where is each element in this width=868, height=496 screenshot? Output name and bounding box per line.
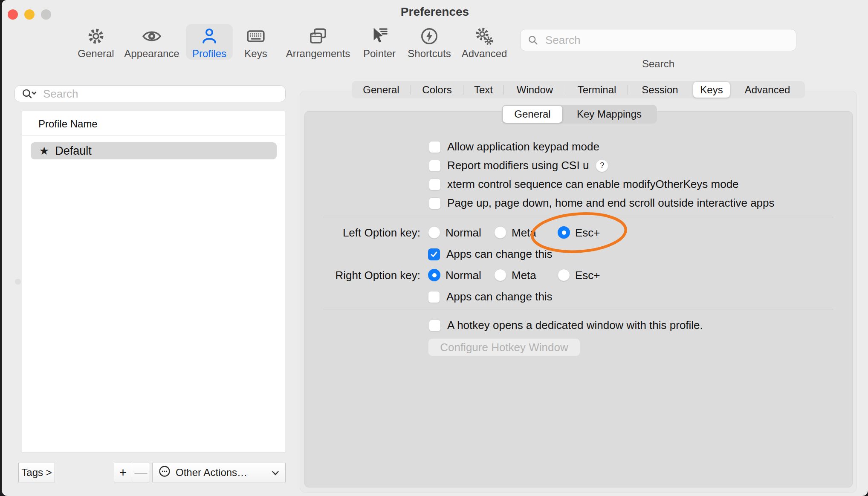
preferences-window: Preferences General Appearance Profiles — [2, 0, 868, 496]
ellipsis-circle-icon — [158, 464, 171, 481]
window-title: Preferences — [2, 5, 868, 19]
checkbox[interactable] — [429, 179, 441, 190]
keys-subtabs: General Key Mappings — [502, 105, 657, 124]
checkbox[interactable] — [429, 197, 441, 209]
tags-button[interactable]: Tags > — [18, 463, 55, 482]
toolbar-item-arrangements[interactable]: Arrangements — [288, 24, 348, 60]
checkbox-row-page-scroll[interactable]: Page up, page down, home and end scroll … — [429, 196, 775, 210]
checkbox[interactable] — [429, 141, 441, 153]
checkbox-row-apps-change-right[interactable]: Apps can change this — [428, 290, 553, 303]
checkbox-label: Apps can change this — [446, 290, 553, 303]
toolbar-label: Advanced — [462, 48, 507, 60]
tab-session[interactable]: Session — [628, 81, 692, 98]
screen: Preferences General Appearance Profiles — [0, 0, 868, 496]
profile-row-default[interactable]: ★ Default — [31, 142, 277, 159]
help-button[interactable]: ? — [596, 159, 608, 172]
star-icon: ★ — [39, 144, 49, 158]
profile-search-input[interactable] — [14, 85, 286, 102]
toolbar-item-general[interactable]: General — [77, 24, 115, 60]
toolbar-label: Keys — [244, 48, 267, 60]
other-actions-dropdown[interactable]: Other Actions… — [152, 463, 286, 482]
window-edge-dot — [15, 279, 21, 285]
right-option-key-label: Right Option key: — [271, 269, 420, 282]
search-icon — [527, 34, 539, 48]
other-actions-label: Other Actions… — [176, 467, 247, 479]
checkbox-label: Report modifiers using CSI u — [447, 159, 589, 172]
profile-search — [14, 85, 286, 102]
checkbox-row-hotkey-window[interactable]: A hotkey opens a dedicated window with t… — [429, 319, 703, 332]
radio-label: Esc+ — [575, 226, 600, 239]
profile-tabs: General Colors Text Window Terminal Sess… — [352, 81, 805, 98]
profile-list-header: Profile Name — [38, 118, 98, 130]
checkbox-row-keypad-mode[interactable]: Allow application keypad mode — [429, 140, 599, 153]
toolbar-item-pointer[interactable]: Pointer — [360, 24, 399, 60]
gear-icon — [86, 26, 106, 47]
checkbox[interactable] — [429, 160, 441, 172]
toolbar-label: Appearance — [124, 48, 179, 60]
gears-icon — [474, 26, 495, 47]
toolbar-item-advanced[interactable]: Advanced — [461, 24, 508, 60]
eye-icon — [142, 26, 162, 47]
radio-label: Meta — [512, 226, 536, 239]
add-profile-button[interactable]: + — [114, 463, 132, 482]
radio-label: Meta — [512, 269, 536, 282]
tab-terminal[interactable]: Terminal — [566, 81, 628, 98]
checkbox-label: A hotkey opens a dedicated window with t… — [447, 319, 703, 332]
toolbar-label: General — [78, 48, 114, 60]
toolbar-label: Shortcuts — [408, 48, 451, 60]
divider — [692, 85, 692, 95]
tab-colors[interactable]: Colors — [411, 81, 463, 98]
toolbar-item-appearance[interactable]: Appearance — [126, 24, 177, 60]
checkbox-label: xterm control sequence can enable modify… — [447, 178, 739, 191]
tab-text[interactable]: Text — [463, 81, 503, 98]
radio-label: Normal — [446, 269, 481, 282]
checkbox-label: Page up, page down, home and end scroll … — [447, 196, 775, 210]
radio-label: Normal — [446, 226, 481, 239]
radio-right-meta[interactable] — [494, 269, 506, 281]
radio-right-normal[interactable] — [428, 269, 440, 281]
keyboard-icon — [246, 26, 266, 47]
divider — [324, 217, 833, 217]
cursor-icon — [370, 26, 389, 47]
radio-left-esc[interactable] — [558, 226, 570, 239]
checkbox-checked[interactable] — [428, 248, 440, 260]
chevron-down-icon — [271, 468, 280, 480]
checkbox-label: Allow application keypad mode — [447, 140, 599, 153]
divider — [324, 309, 833, 309]
left-option-key-label: Left Option key: — [271, 226, 420, 239]
checkbox-label: Apps can change this — [446, 248, 553, 261]
person-icon — [200, 26, 219, 47]
search-menu-icon[interactable] — [20, 88, 39, 101]
configure-hotkey-window-button[interactable]: Configure Hotkey Window — [428, 338, 580, 356]
remove-profile-button[interactable]: — — [132, 463, 150, 482]
profile-list: Profile Name ★ Default — [22, 111, 285, 453]
tab-keys[interactable]: Keys — [693, 82, 730, 98]
radio-left-normal[interactable] — [428, 226, 440, 239]
toolbar-label: Profiles — [192, 48, 226, 60]
toolbar-search-input[interactable] — [520, 29, 796, 51]
tab-window[interactable]: Window — [504, 81, 566, 98]
toolbar-item-profiles[interactable]: Profiles — [186, 24, 233, 60]
radio-left-meta[interactable] — [494, 226, 506, 239]
tab-general[interactable]: General — [352, 81, 411, 98]
checkbox-row-csi-u[interactable]: Report modifiers using CSI u ? — [429, 159, 608, 172]
checkbox-row-modifyotherkeys[interactable]: xterm control sequence can enable modify… — [429, 178, 739, 191]
radio-right-esc[interactable] — [558, 269, 570, 281]
divider — [22, 135, 285, 136]
toolbar-search-label: Search — [520, 58, 796, 70]
checkbox[interactable] — [428, 291, 440, 303]
toolbar-item-keys[interactable]: Keys — [241, 24, 271, 60]
toolbar-label: Arrangements — [286, 48, 350, 60]
subtab-general[interactable]: General — [503, 106, 562, 123]
toolbar-label: Pointer — [363, 48, 396, 60]
tab-advanced[interactable]: Advanced — [731, 81, 804, 98]
windows-icon — [308, 26, 328, 47]
checkbox-row-apps-change-left[interactable]: Apps can change this — [428, 248, 553, 261]
checkbox[interactable] — [429, 320, 441, 332]
toolbar-item-shortcuts[interactable]: Shortcuts — [406, 24, 453, 60]
lightning-icon — [420, 26, 439, 47]
profile-name: Default — [55, 144, 92, 158]
radio-label: Esc+ — [575, 269, 600, 282]
toolbar-search — [520, 29, 796, 51]
subtab-key-mappings[interactable]: Key Mappings — [563, 105, 655, 124]
